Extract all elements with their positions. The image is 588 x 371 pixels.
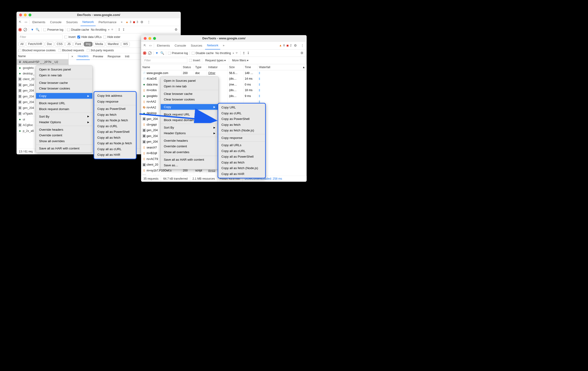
filter-icon[interactable]: ▼ (155, 51, 158, 55)
tab-network[interactable]: Network (81, 18, 96, 26)
submenu-item[interactable]: Copy response (218, 135, 265, 141)
menu-item[interactable]: Sort By▶ (161, 125, 218, 130)
menu-item[interactable]: Open in Sources panel (161, 78, 218, 83)
submenu-item[interactable]: Copy all URLs (218, 142, 265, 148)
menu-item[interactable]: Clear browser cookies (36, 85, 92, 91)
error-icon[interactable]: ◼ (286, 44, 289, 47)
tab-sources[interactable]: Sources (189, 42, 204, 49)
submenu-item[interactable]: Copy as cURL (218, 110, 265, 116)
menu-item[interactable]: Block request URL (36, 101, 92, 106)
clear-icon[interactable] (148, 51, 151, 55)
clear-icon[interactable] (24, 28, 27, 31)
menu-item[interactable]: Save all as HAR with content (161, 157, 218, 162)
maximize-icon[interactable] (153, 37, 156, 40)
menu-item[interactable]: Override headers (161, 138, 218, 143)
throttling-select[interactable]: No throttling (215, 51, 231, 55)
menu-item[interactable]: Copy▶ (161, 104, 218, 110)
menu-item[interactable]: Open in new tab (161, 83, 218, 89)
menu-item[interactable]: Open in Sources panel (36, 67, 92, 72)
filter-icon[interactable]: ▼ (31, 28, 34, 32)
more-icon[interactable]: ⋮ (299, 43, 305, 48)
menu-item[interactable]: Override headers (36, 127, 92, 132)
close-detail-icon[interactable]: × (70, 54, 75, 58)
upload-icon[interactable]: ↥ (118, 28, 120, 32)
menu-item[interactable]: Copy▶ (36, 93, 92, 99)
submenu-item[interactable]: Copy all as PowerShell (94, 129, 136, 134)
tab-sources[interactable]: Sources (64, 18, 80, 26)
upload-icon[interactable]: ↥ (242, 51, 245, 55)
type-filter-img[interactable]: Img (84, 42, 93, 46)
type-filter-manifest[interactable]: Manifest (106, 42, 120, 46)
request-row[interactable]: 🖼ANLem4Y5P _ _2P7N _ U2 (17, 59, 69, 65)
menu-item[interactable]: Block request domain (161, 117, 218, 123)
menu-item[interactable]: Sort By▶ (36, 113, 92, 119)
submenu-item[interactable]: Copy as fetch (94, 112, 136, 117)
menu-item[interactable]: Open in new tab (36, 72, 92, 78)
tab-preview[interactable]: Preview (92, 53, 105, 60)
minimize-icon[interactable] (24, 14, 27, 16)
wifi-icon[interactable]: ᯤ (236, 51, 239, 55)
submenu-item[interactable]: Copy link address (94, 93, 136, 98)
extra-filter-checkbox[interactable]: Blocked requests (58, 49, 84, 52)
menu-item[interactable]: Clear browser cache (36, 80, 92, 85)
submenu-item[interactable]: Copy all as PowerShell (218, 154, 265, 159)
request-types-dropdown[interactable]: Request types ▾ (204, 58, 227, 63)
filter-input[interactable]: Filter (143, 58, 187, 63)
settings-icon[interactable]: ⚙ (139, 20, 145, 24)
tab-console[interactable]: Console (173, 42, 188, 49)
submenu-item[interactable]: Copy as fetch (218, 122, 265, 127)
initiator-cell[interactable]: Other (207, 70, 228, 76)
extra-filter-checkbox[interactable]: Blocked response cookies (18, 49, 55, 52)
submenu-item[interactable]: Copy URL (218, 104, 265, 110)
menu-item[interactable]: Header Options▶ (161, 130, 218, 136)
download-icon[interactable]: ↧ (122, 28, 125, 32)
more-icon[interactable]: ⋮ (146, 20, 152, 24)
inspect-icon[interactable]: ⇱ (143, 43, 147, 48)
wifi-icon[interactable]: ᯤ (111, 28, 114, 32)
hide-data-urls-checkbox[interactable]: Hide data URLs (77, 35, 102, 39)
window-controls[interactable] (144, 37, 156, 40)
tab-response[interactable]: Response (106, 53, 122, 60)
submenu-item[interactable]: Copy all as cURL (218, 148, 265, 154)
submenu-item[interactable]: Copy as Node.js fetch (94, 118, 136, 123)
inspect-icon[interactable]: ⇱ (18, 20, 22, 24)
throttling-select[interactable]: No throttling (91, 28, 106, 31)
menu-item[interactable]: Override content (36, 132, 92, 138)
submenu-item[interactable]: Copy as PowerShell (218, 116, 265, 122)
warning-icon[interactable]: ▲ (126, 20, 128, 24)
menu-item[interactable]: Show all overrides (161, 149, 218, 155)
extra-filter-checkbox[interactable]: 3rd-party requests (87, 49, 114, 52)
more-tabs-icon[interactable]: » (221, 43, 226, 48)
submenu-item[interactable]: Copy all as HAR (94, 152, 136, 157)
menu-item[interactable]: Show all overrides (36, 138, 92, 144)
tab-console[interactable]: Console (48, 18, 63, 26)
search-icon[interactable]: 🔍 (36, 28, 40, 32)
preserve-log-checkbox[interactable]: Preserve log (168, 51, 188, 55)
submenu-item[interactable]: Copy all as fetch (94, 135, 136, 140)
submenu-item[interactable]: Copy as PowerShell (94, 106, 136, 112)
disable-cache-checkbox[interactable]: Disable cache (67, 28, 89, 31)
device-icon[interactable]: ▭ (148, 43, 153, 48)
close-icon[interactable] (144, 37, 147, 40)
menu-item[interactable]: Save all as HAR with content (36, 146, 92, 151)
tab-headers[interactable]: Headers (76, 53, 90, 60)
type-filter-all[interactable]: All (18, 42, 25, 46)
invert-checkbox[interactable]: Invert (189, 59, 200, 62)
device-icon[interactable]: ▭ (24, 20, 28, 24)
more-tabs-icon[interactable]: » (119, 20, 124, 24)
type-filter-font[interactable]: Font (73, 42, 83, 46)
warning-icon[interactable]: ▲ (279, 44, 282, 47)
invert-checkbox[interactable]: Invert (64, 35, 75, 39)
submenu-item[interactable]: Copy response (94, 99, 136, 104)
tab-elements[interactable]: Elements (31, 18, 47, 26)
submenu-item[interactable]: Copy as cURL (94, 123, 136, 129)
tab-elements[interactable]: Elements (155, 42, 172, 49)
record-icon[interactable] (143, 51, 146, 55)
type-filter-js[interactable]: JS (65, 42, 73, 46)
menu-item[interactable]: Override content (161, 144, 218, 149)
settings-icon[interactable]: ⚙ (293, 43, 298, 48)
type-filter-fetch/xhr[interactable]: Fetch/XHR (26, 42, 44, 46)
waterfall-header[interactable]: Waterfall▲ (258, 64, 307, 70)
table-row[interactable]: 📄www.google.com 200 doc Other 56.6… 149 … (141, 70, 306, 76)
menu-item[interactable]: Clear browser cookies (161, 97, 218, 102)
